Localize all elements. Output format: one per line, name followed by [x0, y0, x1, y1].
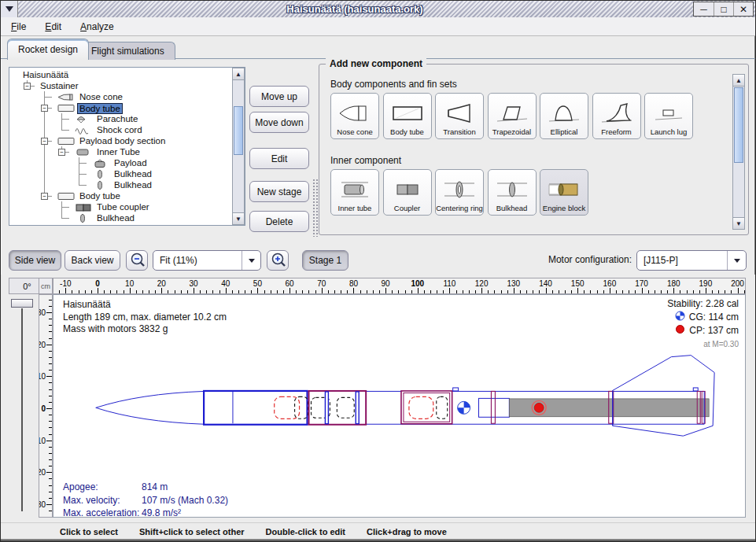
- new-stage-button[interactable]: New stage: [249, 181, 309, 202]
- launch-lug-shape[interactable]: [693, 388, 698, 391]
- scroll-thumb[interactable]: [234, 106, 243, 155]
- tree-scrollbar[interactable]: ▲▼: [232, 68, 245, 225]
- tree-expand-handle[interactable]: −: [58, 149, 65, 156]
- h-ruler-label: 190: [699, 279, 713, 288]
- h-ruler-label: 200: [731, 279, 744, 288]
- tree-item-label[interactable]: Tube coupler: [97, 201, 149, 212]
- rotation-slider-handle[interactable]: [11, 299, 33, 308]
- move-down-button[interactable]: Move down: [249, 112, 309, 133]
- add-launch-lug-button[interactable]: Launch lug: [644, 93, 693, 139]
- cg-value: CG: 114 cm: [689, 312, 739, 324]
- flight-stat-label: Max. velocity:: [63, 494, 142, 507]
- menu-file[interactable]: File: [11, 21, 26, 32]
- tree-row[interactable]: Tube coupler: [10, 201, 231, 212]
- tree-item-label[interactable]: Sustainer: [40, 80, 79, 91]
- chevron-down-icon: [727, 251, 746, 270]
- v-ruler-label: 30: [39, 500, 46, 509]
- tree-item-label[interactable]: Parachute: [97, 113, 138, 124]
- stage-1-toggle[interactable]: Stage 1: [302, 250, 348, 271]
- launch-lug-shape[interactable]: [453, 388, 459, 391]
- close-button[interactable]: ✕: [733, 2, 753, 16]
- bulkhead-marker[interactable]: [356, 392, 359, 424]
- h-ruler-label: 160: [603, 279, 617, 288]
- tree-item-label[interactable]: Bulkhead: [97, 212, 135, 223]
- h-ruler-label: 80: [349, 279, 358, 288]
- tree-row[interactable]: Parachute: [10, 113, 231, 124]
- add-bulkhead-button[interactable]: Bulkhead: [488, 169, 537, 216]
- tree-item-label[interactable]: Payload: [114, 157, 147, 168]
- tab-rocket-design[interactable]: Rocket design: [7, 39, 89, 60]
- tree-row[interactable]: −Body tube: [10, 190, 231, 201]
- delete-button[interactable]: Delete: [249, 211, 309, 232]
- motor-mount-tube[interactable]: [479, 398, 510, 417]
- tree-item-label[interactable]: Bulkhead: [114, 179, 152, 190]
- tree-row[interactable]: Shock cord: [10, 124, 231, 135]
- zoom-out-button[interactable]: [126, 250, 148, 271]
- scroll-up-arrow[interactable]: ▲: [733, 75, 744, 87]
- tree-row[interactable]: Payload: [10, 157, 231, 168]
- tree-item-label[interactable]: Payload body section: [79, 135, 165, 146]
- scroll-up-arrow[interactable]: ▲: [233, 68, 244, 80]
- tree-row[interactable]: Haisunäätä: [10, 69, 231, 80]
- add-nose-cone-button[interactable]: Nose cone: [330, 93, 379, 139]
- add-elliptical-button[interactable]: Elliptical: [540, 93, 588, 139]
- window-menu-icon[interactable]: [1, 1, 18, 17]
- tree-item-label[interactable]: Body tube: [77, 103, 123, 114]
- tab-bar: Rocket designFlight simulations: [1, 36, 755, 59]
- component-scrollbar[interactable]: ▲▼: [732, 74, 745, 230]
- tree-item-label[interactable]: Haisunäätä: [23, 69, 68, 80]
- maximize-button[interactable]: □: [714, 2, 733, 16]
- centering-ring-icon: [441, 175, 478, 205]
- tree-row[interactable]: −Payload body section: [10, 135, 231, 146]
- nose-cone-shape[interactable]: [96, 391, 204, 424]
- add-transition-button[interactable]: Transition: [435, 93, 484, 139]
- rocket-diagram-area: 0° cm -100102030405060708090100110120130…: [1, 275, 755, 522]
- back-view-button[interactable]: Back view: [65, 250, 120, 271]
- edit-button[interactable]: Edit: [249, 148, 309, 169]
- minimize-button[interactable]: ─: [694, 2, 714, 16]
- component-label: Nose cone: [337, 128, 372, 136]
- centering-ring-marker[interactable]: [491, 391, 495, 423]
- tree-row[interactable]: −Body tube: [10, 102, 231, 113]
- zoom-level-select[interactable]: Fit (11%): [153, 250, 261, 271]
- add-freeform-button[interactable]: Freeform: [592, 93, 641, 139]
- bulkhead-marker[interactable]: [325, 392, 328, 424]
- add-body-tube-button[interactable]: Body tube: [383, 93, 432, 139]
- rocket-canvas[interactable]: Haisunäätä Length 189 cm, max. diameter …: [53, 294, 746, 518]
- scroll-down-arrow[interactable]: ▼: [233, 212, 244, 224]
- tree-item-label[interactable]: Inner Tube: [97, 146, 140, 157]
- panel-splitter[interactable]: [312, 179, 318, 237]
- side-view-button[interactable]: Side view: [9, 250, 61, 271]
- menu-edit[interactable]: Edit: [45, 21, 61, 32]
- scroll-thumb[interactable]: [734, 87, 743, 163]
- tree-item-label[interactable]: Shock cord: [97, 124, 142, 135]
- add-centering-ring-button[interactable]: Centering ring: [435, 169, 484, 216]
- tree-row[interactable]: Nose cone: [10, 91, 231, 102]
- tab-flight-simulations[interactable]: Flight simulations: [80, 42, 175, 60]
- tree-expand-handle[interactable]: −: [41, 138, 48, 145]
- selected-body-tube[interactable]: [204, 391, 307, 425]
- tree-row[interactable]: −Inner Tube: [10, 146, 231, 157]
- add-coupler-button[interactable]: Coupler: [383, 169, 432, 216]
- tree-item-label[interactable]: Body tube: [79, 190, 120, 201]
- tree-expand-handle[interactable]: −: [24, 83, 31, 90]
- zoom-in-button[interactable]: [267, 250, 289, 271]
- scroll-down-arrow[interactable]: ▼: [733, 217, 744, 229]
- add-trapezoidal-button[interactable]: Trapezoidal: [488, 93, 537, 139]
- motor-configuration-select[interactable]: [J115-P]: [636, 250, 747, 271]
- menu-analyze[interactable]: Analyze: [80, 21, 114, 32]
- title-bar[interactable]: Haisunäätä (haisunaata.ork) ─□✕: [1, 1, 755, 17]
- tree-row[interactable]: Bulkhead: [10, 168, 231, 179]
- tree-item-label[interactable]: Nose cone: [79, 91, 123, 102]
- move-up-button[interactable]: Move up: [249, 86, 309, 107]
- h-ruler-label: 90: [382, 279, 390, 288]
- h-ruler-label: 110: [443, 279, 455, 288]
- tree-item-label[interactable]: Bulkhead: [114, 168, 152, 179]
- tree-expand-handle[interactable]: −: [41, 193, 48, 200]
- tree-expand-handle[interactable]: −: [41, 105, 48, 112]
- add-inner-tube-button[interactable]: Inner tube: [330, 169, 379, 216]
- tree-row[interactable]: Bulkhead: [10, 179, 231, 190]
- add-engine-block-button[interactable]: Engine block: [540, 169, 588, 216]
- tree-row[interactable]: −Sustainer: [10, 80, 231, 91]
- tree-row[interactable]: Bulkhead: [10, 212, 231, 223]
